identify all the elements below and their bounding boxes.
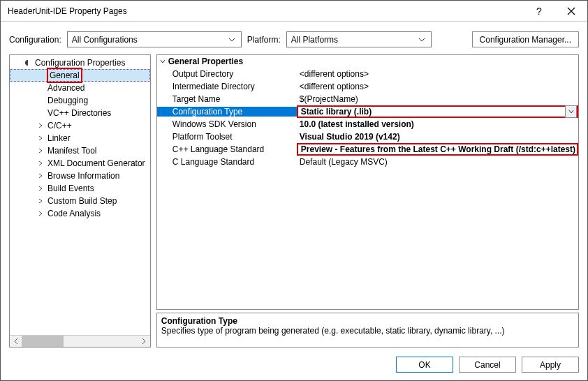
title-bar: HeaderUnit-IDE Property Pages ? — [1, 1, 587, 22]
tree-item[interactable]: Manifest Tool — [10, 144, 150, 157]
property-name: Platform Toolset — [157, 132, 297, 142]
property-name: Configuration Type — [157, 107, 297, 117]
tree-item-label: Code Analysis — [46, 207, 102, 220]
platform-combo[interactable]: All Platforms — [286, 31, 432, 47]
property-name: C Language Standard — [157, 157, 297, 167]
property-value: $(ProjectName) — [297, 94, 578, 104]
property-row[interactable]: Configuration TypeStatic library (.lib) — [157, 105, 578, 118]
caret-right-icon — [38, 148, 46, 154]
cancel-button[interactable]: Cancel — [459, 357, 516, 373]
window-title: HeaderUnit-IDE Property Pages — [8, 6, 523, 16]
tree-item[interactable]: C/C++ — [10, 119, 150, 132]
tree-item[interactable]: Linker — [10, 132, 150, 144]
caret-down-icon — [25, 60, 34, 66]
caret-right-icon — [38, 173, 46, 179]
property-group-title: General Properties — [168, 57, 243, 66]
property-value: 10.0 (latest installed version) — [297, 119, 578, 129]
property-row[interactable]: Intermediate Directory<different options… — [157, 80, 578, 93]
description-title: Configuration Type — [161, 316, 574, 326]
caret-right-icon — [38, 198, 46, 204]
tree-item-label: XML Document Generator — [46, 157, 147, 170]
tree-item[interactable]: Browse Information — [10, 170, 150, 182]
tree-item-label: Debugging — [46, 94, 89, 107]
cancel-label: Cancel — [474, 360, 500, 370]
tree-item[interactable]: XML Document Generator — [10, 157, 150, 170]
property-row[interactable]: C++ Language StandardPreview - Features … — [157, 143, 578, 156]
chevron-down-icon — [416, 38, 428, 42]
property-value: <different options> — [297, 82, 578, 91]
tree-item-label: Custom Build Step — [46, 195, 118, 207]
tree-item-label: Linker — [46, 132, 72, 144]
tree-item[interactable]: General — [10, 69, 150, 82]
horizontal-scrollbar[interactable] — [10, 335, 150, 347]
tree-item-label: Build Events — [46, 182, 96, 195]
scroll-track[interactable] — [22, 336, 138, 347]
configuration-label: Configuration: — [9, 35, 61, 45]
help-button[interactable]: ? — [523, 1, 555, 22]
tree-item[interactable]: Debugging — [10, 94, 150, 107]
ok-label: OK — [418, 360, 430, 370]
tree-item[interactable]: Build Events — [10, 182, 150, 195]
apply-label: Apply — [540, 360, 561, 370]
dropdown-button[interactable] — [565, 105, 577, 118]
platform-label: Platform: — [247, 35, 281, 45]
property-group-header[interactable]: General Properties — [157, 55, 578, 68]
apply-button[interactable]: Apply — [522, 357, 579, 373]
tree-item-label: VC++ Directories — [46, 107, 112, 119]
tree-item-label: General — [47, 68, 82, 83]
tree-item-label: Manifest Tool — [46, 144, 98, 157]
property-tree: Configuration Properties GeneralAdvanced… — [9, 54, 151, 348]
property-value: Default (Legacy MSVC) — [297, 157, 578, 167]
chevron-down-icon — [226, 38, 238, 42]
tree-item[interactable]: Code Analysis — [10, 207, 150, 220]
caret-right-icon — [38, 135, 46, 141]
description-pane: Configuration Type Specifies type of pro… — [156, 313, 579, 348]
property-value: Preview - Features from the Latest C++ W… — [297, 143, 578, 156]
ok-button[interactable]: OK — [396, 357, 453, 373]
property-row[interactable]: C Language StandardDefault (Legacy MSVC) — [157, 156, 578, 168]
tree-item[interactable]: Advanced — [10, 82, 150, 94]
caret-right-icon — [38, 123, 46, 128]
dialog-footer: OK Cancel Apply — [1, 349, 587, 380]
configuration-manager-label: Configuration Manager... — [480, 35, 571, 45]
property-row[interactable]: Platform ToolsetVisual Studio 2019 (v142… — [157, 130, 578, 143]
platform-value: All Platforms — [291, 35, 416, 45]
property-value: <different options> — [297, 69, 578, 79]
property-name: Windows SDK Version — [157, 119, 297, 129]
caret-down-icon — [160, 59, 168, 64]
description-text: Specifies type of program being generate… — [161, 326, 574, 336]
property-value: Visual Studio 2019 (v142) — [297, 132, 578, 142]
tree-item-label: Advanced — [46, 82, 86, 94]
property-name: Output Directory — [157, 69, 297, 79]
configuration-combo[interactable]: All Configurations — [67, 31, 242, 47]
close-button[interactable] — [555, 1, 587, 22]
configuration-value: All Configurations — [72, 35, 226, 45]
caret-right-icon — [38, 160, 46, 166]
property-value: Static library (.lib) — [297, 105, 578, 118]
caret-right-icon — [38, 186, 46, 191]
scroll-thumb[interactable] — [22, 336, 64, 347]
scroll-left-icon[interactable] — [10, 336, 22, 347]
property-row[interactable]: Target Name$(ProjectName) — [157, 93, 578, 105]
property-name: C++ Language Standard — [157, 144, 297, 154]
tree-item-label: C/C++ — [46, 119, 73, 132]
property-row[interactable]: Output Directory<different options> — [157, 68, 578, 80]
tree-item-label: Browse Information — [46, 170, 121, 182]
property-grid: General Properties Output Directory<diff… — [156, 54, 579, 310]
tree-item[interactable]: VC++ Directories — [10, 107, 150, 119]
scroll-right-icon[interactable] — [138, 336, 150, 347]
property-name: Target Name — [157, 94, 297, 104]
tree-scroll: Configuration Properties GeneralAdvanced… — [10, 55, 150, 335]
property-row[interactable]: Windows SDK Version10.0 (latest installe… — [157, 118, 578, 130]
configuration-manager-button[interactable]: Configuration Manager... — [472, 31, 579, 47]
toolbar: Configuration: All Configurations Platfo… — [1, 22, 587, 54]
property-name: Intermediate Directory — [157, 82, 297, 91]
caret-right-icon — [38, 211, 46, 216]
tree-item[interactable]: Custom Build Step — [10, 195, 150, 207]
